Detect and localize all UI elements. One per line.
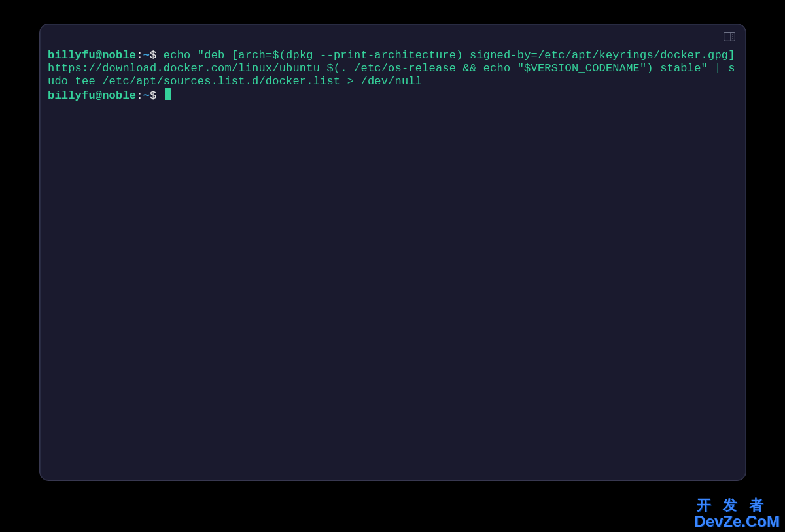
svg-point-3 <box>732 36 733 37</box>
watermark-line2: DevZe.CoM <box>694 514 780 529</box>
prompt-symbol: $ <box>150 49 156 61</box>
prompt-separator: : <box>136 90 143 102</box>
cursor-block <box>165 88 171 100</box>
terminal-window[interactable]: billyfu@noble:~$ echo "deb [arch=$(dpkg … <box>39 24 746 481</box>
terminal-line: billyfu@noble:~$ echo "deb [arch=$(dpkg … <box>48 49 742 88</box>
svg-point-2 <box>732 34 733 35</box>
prompt-path: ~ <box>143 90 150 102</box>
prompt-path: ~ <box>143 49 150 61</box>
terminal-line: billyfu@noble:~$ <box>48 90 171 102</box>
terminal-body[interactable]: billyfu@noble:~$ echo "deb [arch=$(dpkg … <box>48 49 738 103</box>
prompt-separator: : <box>136 49 143 61</box>
svg-point-4 <box>732 38 733 39</box>
prompt-user-host: billyfu@noble <box>48 49 136 61</box>
prompt-symbol: $ <box>150 90 156 102</box>
watermark: 开发者 DevZe.CoM <box>694 498 780 529</box>
watermark-line1: 开发者 <box>694 498 780 512</box>
prompt-user-host: billyfu@noble <box>48 90 136 102</box>
sidebar-toggle-icon[interactable] <box>724 32 735 41</box>
